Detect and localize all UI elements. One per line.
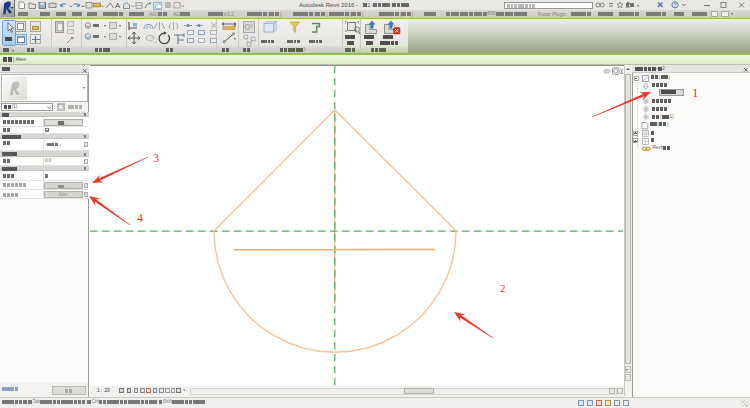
svg-text:A: A bbox=[115, 1, 120, 10]
svg-text:?: ? bbox=[673, 2, 676, 8]
